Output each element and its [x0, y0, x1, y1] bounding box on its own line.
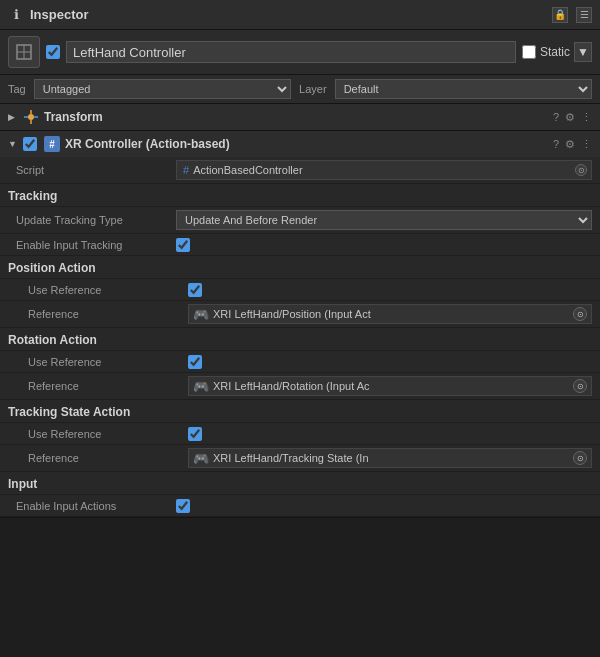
xr-controller-more-btn[interactable]: ⋮: [581, 138, 592, 151]
position-reference-field[interactable]: 🎮 XRI LeftHand/Position (Input Act ⊙: [188, 304, 592, 324]
script-icon: #: [183, 164, 189, 176]
tracking-state-reference-row: Reference 🎮 XRI LeftHand/Tracking State …: [0, 445, 600, 472]
update-tracking-type-value: Update And Before Render Before Render U…: [176, 210, 592, 230]
xr-controller-enabled-checkbox[interactable]: [23, 137, 37, 151]
rotation-reference-label: Reference: [28, 380, 188, 392]
rotation-ref-text: XRI LeftHand/Rotation (Input Ac: [213, 380, 569, 392]
tag-label: Tag: [8, 83, 26, 95]
object-enabled-checkbox[interactable]: [46, 45, 60, 59]
xr-controller-settings-btn[interactable]: ⚙: [565, 138, 575, 151]
tracking-state-use-reference-value: [188, 427, 592, 441]
rotation-reference-field[interactable]: 🎮 XRI LeftHand/Rotation (Input Ac ⊙: [188, 376, 592, 396]
rotation-use-reference-checkbox[interactable]: [188, 355, 202, 369]
rotation-use-reference-value: [188, 355, 592, 369]
input-section-label: Input: [0, 472, 600, 495]
object-name-row: Static ▼: [46, 41, 592, 63]
xr-controller-header[interactable]: ▼ # XR Controller (Action-based) ? ⚙ ⋮: [0, 131, 600, 157]
position-ref-text: XRI LeftHand/Position (Input Act: [213, 308, 569, 320]
position-ref-icon: 🎮: [193, 307, 209, 322]
enable-input-tracking-value: [176, 238, 592, 252]
rotation-use-reference-label: Use Reference: [28, 356, 188, 368]
static-dropdown-arrow[interactable]: ▼: [574, 42, 592, 62]
update-tracking-type-row: Update Tracking Type Update And Before R…: [0, 207, 600, 234]
object-name-input[interactable]: [66, 41, 516, 63]
rotation-ref-dot[interactable]: ⊙: [573, 379, 587, 393]
tracking-state-ref-dot[interactable]: ⊙: [573, 451, 587, 465]
title-bar: ℹ Inspector 🔒 ☰: [0, 0, 600, 30]
tracking-state-reference-label: Reference: [28, 452, 188, 464]
enable-input-tracking-row: Enable Input Tracking: [0, 234, 600, 256]
transform-header[interactable]: ▶ Transform ? ⚙ ⋮: [0, 104, 600, 130]
tracking-state-reference-value: 🎮 XRI LeftHand/Tracking State (In ⊙: [188, 448, 592, 468]
tracking-state-use-reference-row: Use Reference: [0, 423, 600, 445]
rotation-action-label: Rotation Action: [0, 328, 600, 351]
tracking-state-use-reference-label: Use Reference: [28, 428, 188, 440]
tracking-state-reference-field[interactable]: 🎮 XRI LeftHand/Tracking State (In ⊙: [188, 448, 592, 468]
inspector-icon: ℹ: [8, 7, 24, 23]
tracking-state-action-label: Tracking State Action: [0, 400, 600, 423]
script-label: Script: [16, 164, 176, 176]
transform-icon: [23, 109, 39, 125]
position-reference-row: Reference 🎮 XRI LeftHand/Position (Input…: [0, 301, 600, 328]
xr-controller-title: XR Controller (Action-based): [65, 137, 548, 151]
tracking-section-label: Tracking: [0, 184, 600, 207]
tracking-state-use-reference-checkbox[interactable]: [188, 427, 202, 441]
update-tracking-type-label: Update Tracking Type: [16, 214, 176, 226]
tracking-state-ref-text: XRI LeftHand/Tracking State (In: [213, 452, 569, 464]
enable-input-tracking-label: Enable Input Tracking: [16, 239, 176, 251]
transform-arrow: ▶: [8, 112, 18, 122]
svg-point-3: [28, 114, 34, 120]
position-reference-label: Reference: [28, 308, 188, 320]
position-use-reference-label: Use Reference: [28, 284, 188, 296]
rotation-reference-row: Reference 🎮 XRI LeftHand/Rotation (Input…: [0, 373, 600, 400]
transform-settings-btn[interactable]: ⚙: [565, 111, 575, 124]
position-ref-dot[interactable]: ⊙: [573, 307, 587, 321]
lock-button[interactable]: 🔒: [552, 7, 568, 23]
rotation-ref-icon: 🎮: [193, 379, 209, 394]
title-bar-title: Inspector: [30, 7, 552, 22]
xr-controller-actions: ? ⚙ ⋮: [553, 138, 592, 151]
transform-more-btn[interactable]: ⋮: [581, 111, 592, 124]
object-header: Static ▼: [0, 30, 600, 75]
tracking-state-ref-icon: 🎮: [193, 451, 209, 466]
enable-input-tracking-checkbox[interactable]: [176, 238, 190, 252]
static-label: Static: [540, 45, 570, 59]
enable-input-actions-row: Enable Input Actions: [0, 495, 600, 517]
position-use-reference-checkbox[interactable]: [188, 283, 202, 297]
transform-actions: ? ⚙ ⋮: [553, 111, 592, 124]
layer-select[interactable]: Default: [335, 79, 592, 99]
position-reference-value: 🎮 XRI LeftHand/Position (Input Act ⊙: [188, 304, 592, 324]
object-icon: [8, 36, 40, 68]
position-action-label: Position Action: [0, 256, 600, 279]
position-use-reference-row: Use Reference: [0, 279, 600, 301]
transform-title: Transform: [44, 110, 548, 124]
static-checkbox[interactable]: [522, 45, 536, 59]
xr-controller-help-btn[interactable]: ?: [553, 138, 559, 150]
enable-input-actions-value: [176, 499, 592, 513]
rotation-reference-value: 🎮 XRI LeftHand/Rotation (Input Ac ⊙: [188, 376, 592, 396]
static-group: Static ▼: [522, 42, 592, 62]
menu-button[interactable]: ☰: [576, 7, 592, 23]
xr-controller-arrow: ▼: [8, 139, 18, 149]
enable-input-actions-checkbox[interactable]: [176, 499, 190, 513]
position-use-reference-value: [188, 283, 592, 297]
update-tracking-type-select[interactable]: Update And Before Render Before Render U…: [176, 210, 592, 230]
script-value-field[interactable]: # ActionBasedController ⊙: [176, 160, 592, 180]
script-row: Script # ActionBasedController ⊙: [0, 157, 600, 184]
enable-input-actions-label: Enable Input Actions: [16, 500, 176, 512]
tag-select[interactable]: Untagged: [34, 79, 291, 99]
transform-help-btn[interactable]: ?: [553, 111, 559, 123]
script-target-dot[interactable]: ⊙: [575, 164, 587, 176]
tag-layer-row: Tag Untagged Layer Default: [0, 75, 600, 104]
inspector-content: ▶ Transform ? ⚙ ⋮ ▼ # XR: [0, 104, 600, 657]
script-name: ActionBasedController: [193, 164, 302, 176]
xr-controller-component: ▼ # XR Controller (Action-based) ? ⚙ ⋮ S…: [0, 131, 600, 518]
layer-label: Layer: [299, 83, 327, 95]
transform-component: ▶ Transform ? ⚙ ⋮: [0, 104, 600, 131]
xr-controller-icon: #: [44, 136, 60, 152]
title-bar-actions: 🔒 ☰: [552, 7, 592, 23]
rotation-use-reference-row: Use Reference: [0, 351, 600, 373]
